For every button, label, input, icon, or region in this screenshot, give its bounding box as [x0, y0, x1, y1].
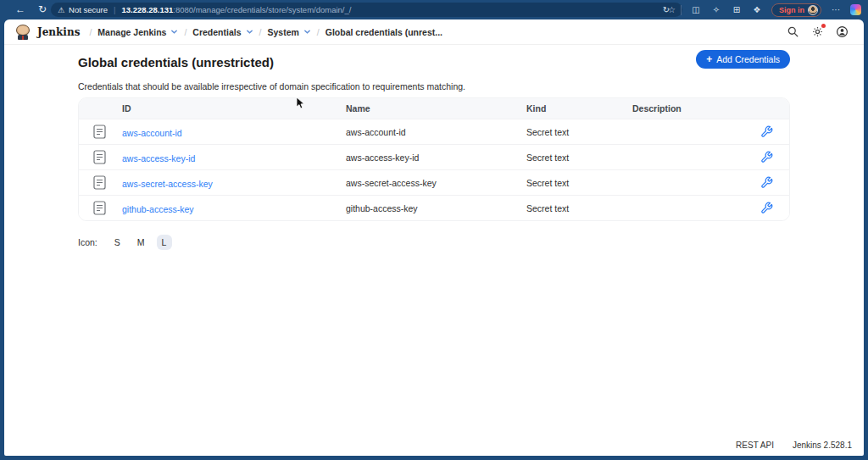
credential-id-link[interactable]: github-access-key — [122, 204, 194, 214]
column-header-name: Name — [346, 103, 526, 114]
split-screen-icon[interactable]: ◫ — [690, 5, 702, 14]
credential-id-link[interactable]: aws-account-id — [122, 128, 182, 138]
credential-kind: Secret text — [526, 127, 632, 137]
rest-api-link[interactable]: REST API — [736, 441, 774, 450]
edge-browser-window: { "browser": { "back_glyph": "←", "reloa… — [0, 0, 868, 460]
breadcrumb-separator: / — [89, 27, 92, 37]
browser-essentials-icon[interactable]: ❖ — [751, 5, 763, 14]
copilot-icon[interactable] — [850, 4, 861, 15]
icon-size-selector: Icon: S M L — [78, 235, 790, 250]
column-header-description: Description — [632, 103, 760, 114]
breadcrumb-system[interactable]: System — [267, 27, 310, 37]
icon-size-medium-button[interactable]: M — [132, 235, 150, 250]
sign-in-button[interactable]: Sign in — [771, 3, 821, 17]
header-actions — [787, 25, 849, 38]
jenkins-footer: REST API Jenkins 2.528.1 — [736, 441, 852, 450]
icon-size-label: Icon: — [78, 237, 97, 247]
breadcrumb-separator: / — [259, 27, 262, 37]
address-bar[interactable]: ⚠ Not secure | 13.228.28.131:8080/manage… — [51, 3, 682, 17]
update-credential-button[interactable] — [760, 151, 790, 163]
breadcrumb-separator: / — [317, 27, 320, 37]
chevron-down-icon[interactable] — [303, 28, 311, 36]
credential-kind: Secret text — [526, 152, 632, 163]
credential-id-link[interactable]: aws-access-key-id — [122, 153, 195, 163]
credential-doc-icon — [79, 175, 122, 190]
profile-avatar — [808, 5, 818, 15]
toolbar-divider — [681, 5, 682, 15]
wrench-icon[interactable] — [760, 151, 773, 163]
not-secure-label[interactable]: Not secure — [69, 5, 108, 14]
page-description: Credentials that should be available irr… — [78, 81, 790, 91]
credential-name: aws-access-key-id — [346, 152, 526, 163]
credential-name: aws-secret-access-key — [346, 178, 526, 188]
collections-icon[interactable]: ⊞ — [731, 5, 743, 14]
user-account-icon[interactable] — [836, 25, 849, 38]
url-path: :8080/manage/credentials/store/system/do… — [173, 5, 351, 14]
sign-in-label: Sign in — [779, 6, 804, 14]
wrench-icon[interactable] — [760, 176, 773, 189]
manage-gear-icon[interactable] — [811, 25, 824, 38]
wrench-icon[interactable] — [760, 125, 773, 138]
table-row: github-access-key github-access-key Secr… — [79, 195, 789, 220]
plus-icon: + — [706, 53, 712, 65]
credential-doc-icon — [79, 150, 122, 164]
url-host: 13.228.28.131 — [121, 5, 173, 14]
jenkins-header-bar: Jenkins / Manage Jenkins / Credentials /… — [4, 19, 864, 45]
credential-doc-icon — [79, 125, 122, 139]
page-title: Global credentials (unrestricted) — [78, 50, 274, 69]
breadcrumb-manage-jenkins[interactable]: Manage Jenkins — [97, 27, 178, 37]
main-content: Global credentials (unrestricted) + Add … — [78, 50, 790, 250]
credential-name: aws-account-id — [346, 127, 526, 137]
credential-kind: Secret text — [526, 203, 632, 213]
browser-back-button[interactable]: ← — [12, 1, 29, 18]
not-secure-warning-icon: ⚠ — [58, 6, 64, 14]
chevron-down-icon[interactable] — [246, 28, 253, 36]
notification-dot — [821, 24, 826, 28]
browser-toolbar: ← ↻ ⚠ Not secure | 13.228.28.131:8080/ma… — [0, 0, 868, 19]
breadcrumb-separator: / — [184, 27, 186, 37]
browser-reload-button[interactable]: ↻ — [34, 1, 51, 18]
credential-kind: Secret text — [526, 178, 632, 188]
table-row: aws-access-key-id aws-access-key-id Secr… — [79, 144, 789, 169]
jenkins-version-label: Jenkins 2.528.1 — [793, 441, 852, 450]
credential-id-link[interactable]: aws-secret-access-key — [122, 179, 213, 189]
wrench-icon[interactable] — [760, 202, 773, 214]
jenkins-page: Jenkins / Manage Jenkins / Credentials /… — [4, 19, 864, 456]
sync-icon[interactable]: ↻ — [660, 5, 672, 14]
icon-size-large-button[interactable]: L — [157, 235, 172, 250]
jenkins-brand-link[interactable]: Jenkins — [37, 26, 80, 38]
update-credential-button[interactable] — [760, 176, 790, 189]
column-header-id: ID — [122, 103, 346, 114]
chevron-down-icon[interactable] — [170, 28, 178, 36]
add-credentials-button[interactable]: + Add Credentials — [696, 50, 790, 69]
favorites-hub-icon[interactable]: ✧ — [710, 5, 722, 14]
search-icon[interactable] — [787, 25, 799, 38]
update-credential-button[interactable] — [760, 125, 790, 138]
credential-name: github-access-key — [346, 203, 526, 213]
credentials-table: ID Name Kind Description aws-account-id … — [78, 97, 790, 221]
icon-size-small-button[interactable]: S — [109, 235, 125, 250]
update-credential-button[interactable] — [760, 202, 790, 214]
jenkins-logo-icon[interactable] — [15, 25, 31, 40]
breadcrumb-global-credentials[interactable]: Global credentials (unrest... — [326, 27, 442, 37]
table-header-row: ID Name Kind Description — [79, 98, 789, 119]
breadcrumb-credentials[interactable]: Credentials — [192, 27, 253, 37]
browser-menu-icon[interactable]: ··· — [830, 5, 842, 14]
mouse-cursor — [296, 97, 305, 110]
credential-doc-icon — [79, 201, 122, 215]
table-row: aws-secret-access-key aws-secret-access-… — [79, 169, 789, 195]
column-header-kind: Kind — [526, 103, 632, 114]
address-divider: | — [114, 5, 115, 14]
browser-action-icons: ↻ ◫ ✧ ⊞ ❖ Sign in ··· — [660, 0, 861, 19]
table-row: aws-account-id aws-account-id Secret tex… — [79, 119, 789, 144]
